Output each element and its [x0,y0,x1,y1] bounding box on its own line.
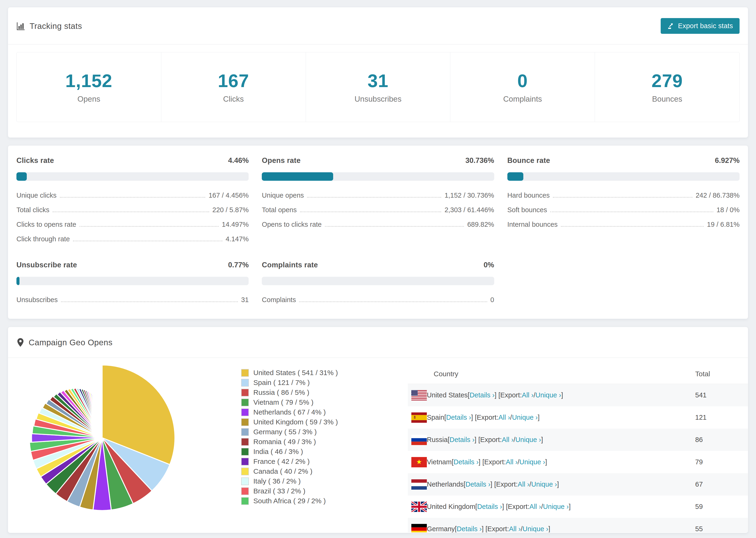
rate-title-row: Complaints rate0% [262,261,494,269]
detail-label: Complaints [262,296,296,304]
total-cell: 79 [695,458,748,466]
legend-item-brazil: Brazil ( 33 / 2% ) [241,486,408,496]
progress-fill [17,172,27,181]
detail-value: 31 [241,296,249,304]
geo-title-wrap: Campaign Geo Opens [17,338,112,347]
separator: / [534,391,536,399]
legend-item-united-states: United States ( 541 / 31% ) [241,368,408,378]
detail-value: 689.82% [467,221,494,228]
progress-fill [507,172,523,181]
progress-bar-bounce-rate [507,172,739,181]
rate-value: 30.736% [465,156,494,165]
stat-cell-complaints: 0Complaints [450,52,595,122]
country-cell: Vietnam [Details ›] [Export: All › / Uni… [408,457,695,467]
export-label: ] [Export: [502,503,529,511]
export-all-link[interactable]: All › [518,480,529,488]
export-all-link[interactable]: All › [499,413,510,421]
country-name: Vietnam [427,458,452,466]
legend-label: South Africa ( 29 / 2% ) [253,497,326,505]
bracket: ] [538,413,540,421]
detail-row: Complaints0 [262,296,494,304]
separator: / [521,525,523,532]
rate-title-row: Unsubscribe rate0.77% [17,261,249,269]
rate-value: 6.927% [715,156,739,165]
stat-label: Unsubscribes [306,95,450,103]
detail-row: Opens to clicks rate689.82% [262,221,494,228]
stat-value: 1,152 [17,72,161,90]
legend-item-canada: Canada ( 40 / 2% ) [241,466,408,476]
rate-value: 4.46% [228,156,249,165]
bracket: [ [444,413,446,421]
legend-item-india: India ( 46 / 3% ) [241,447,408,457]
stat-label: Complaints [450,95,595,103]
bracket: [ [452,458,454,466]
export-all-link[interactable]: All › [529,503,541,511]
dotted-leader [53,211,209,212]
dotted-leader [73,241,222,241]
export-unique-link[interactable]: Unique › [512,413,538,421]
flag-icon-ru [411,435,427,445]
separator: / [517,458,519,466]
progress-bar-unsubscribe-rate [17,277,249,285]
legend-item-italy: Italy ( 36 / 2% ) [241,476,408,486]
total-cell: 55 [695,525,748,532]
details-link[interactable]: Details › [469,391,495,399]
geo-table-row-spain: Spain [Details ›] [Export: All › / Uniqu… [408,406,748,429]
export-unique-link[interactable]: Unique › [543,503,569,511]
total-column-header: Total [695,370,748,378]
dotted-leader [60,197,205,198]
export-unique-link[interactable]: Unique › [531,480,557,488]
export-unique-link[interactable]: Unique › [536,391,561,399]
export-unique-link[interactable]: Unique › [523,525,549,532]
legend-swatch [241,448,249,456]
legend-swatch [241,497,249,505]
export-unique-link[interactable]: Unique › [515,436,541,444]
export-label: ] [Export: [478,458,506,466]
export-all-link[interactable]: All › [502,436,513,444]
rate-value: 0.77% [228,261,249,269]
bracket: ] [545,458,547,466]
export-all-link[interactable]: All › [509,525,521,532]
flag-icon-nl [411,479,427,490]
details-link[interactable]: Details › [446,413,471,421]
export-label: ] [Export: [474,436,502,444]
rate-rows: Unique opens1,152 / 30.736%Total opens2,… [262,191,494,228]
detail-value: 4.147% [226,235,249,243]
rates-card: Clicks rate4.46%Unique clicks167 / 4.456… [8,145,748,319]
legend-label: Italy ( 36 / 2% ) [253,477,301,485]
export-basic-stats-button[interactable]: Export basic stats [661,18,739,34]
rate-panel-opens-rate: Opens rate30.736%Unique opens1,152 / 30.… [262,156,494,243]
geo-table-row-united-kingdom: United Kingdom [Details ›] [Export: All … [408,496,748,518]
detail-row: Internal bounces19 / 6.81% [507,221,739,228]
export-all-link[interactable]: All › [522,391,534,399]
details-link[interactable]: Details › [465,480,490,488]
progress-bar-clicks-rate [17,172,249,181]
country-name: United States [427,391,468,399]
progress-bar-complaints-rate [262,277,494,285]
flag-icon-gb [411,502,427,512]
detail-row: Click through rate4.147% [17,235,249,243]
details-link[interactable]: Details › [450,436,474,444]
legend-item-germany: Germany ( 55 / 3% ) [241,427,408,437]
geo-country-table: Country Total United States [Details ›] … [408,364,748,532]
export-all-link[interactable]: All › [506,458,517,466]
rate-rows: Complaints0 [262,296,494,304]
details-link[interactable]: Details › [454,458,478,466]
rate-name: Bounce rate [507,156,550,165]
country-name: Spain [427,413,444,421]
rate-name: Opens rate [262,156,300,165]
tracking-stats-header: Tracking stats Export basic stats [8,7,748,45]
stat-value: 167 [161,72,306,90]
legend-label: United States ( 541 / 31% ) [253,369,338,377]
rate-rows: Unique clicks167 / 4.456%Total clicks220… [17,191,249,243]
tracking-stats-title: Tracking stats [17,21,82,31]
progress-fill [17,277,20,285]
rate-name: Clicks rate [17,156,54,165]
export-unique-link[interactable]: Unique › [519,458,545,466]
dotted-leader [299,301,487,302]
details-link[interactable]: Details › [477,503,502,511]
separator: / [529,480,531,488]
country-name: United Kingdom [427,503,475,511]
geo-table-row-germany: Germany [Details ›] [Export: All › / Uni… [408,518,748,532]
details-link[interactable]: Details › [457,525,482,532]
